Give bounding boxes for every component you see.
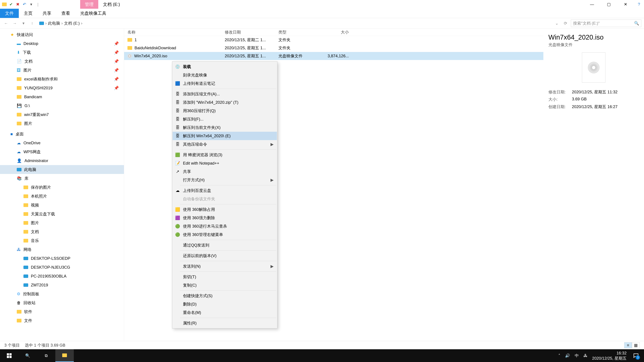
qat-dropdown-icon[interactable]: ▾ <box>28 2 34 7</box>
breadcrumb-drive[interactable]: 文档 (E:) <box>64 21 80 26</box>
nav-lib-docs[interactable]: 文档 <box>0 227 124 236</box>
menu-item[interactable]: 🟦上传到有道云笔记 <box>172 79 277 88</box>
menu-item[interactable]: ↗共享 <box>172 167 277 176</box>
nav-local-photos[interactable]: 本机照片 <box>0 192 124 201</box>
nav-lib-music[interactable]: 音乐 <box>0 236 124 245</box>
nav-tianyi[interactable]: 天翼云盘下载 <box>0 210 124 218</box>
menu-item[interactable]: 🟩用 蜂蜜浏览器 浏览(3) <box>172 151 277 159</box>
nav-library[interactable]: 📚库 <box>0 174 124 183</box>
menu-item[interactable]: 🗄添加到 "Win7x64_2020.zip" (T) <box>172 98 277 107</box>
menu-item[interactable]: 还原以前的版本(V) <box>172 252 277 260</box>
nav-win7reinstall[interactable]: win7重装win7 <box>0 110 124 119</box>
qat-delete-icon[interactable]: ✖ <box>15 2 20 7</box>
view-details-button[interactable]: ≡ <box>624 342 632 348</box>
nav-pictures-quick[interactable]: 🖼图片📌 <box>0 66 124 75</box>
col-type[interactable]: 类型 <box>275 29 319 35</box>
nav-onedrive[interactable]: ☁OneDrive <box>0 138 124 147</box>
address-dropdown[interactable]: ⌄ <box>554 20 560 27</box>
nav-admin[interactable]: 👤Administrator <box>0 156 124 165</box>
nav-recycle[interactable]: 🗑回收站 <box>0 298 124 307</box>
menu-item[interactable]: 💿装载 <box>172 62 277 71</box>
start-button[interactable] <box>0 349 18 362</box>
menu-item[interactable]: 🗄添加到压缩文件(A)... <box>172 90 277 98</box>
nav-back-button[interactable]: ← <box>3 20 10 27</box>
nav-excel[interactable]: excel表格制作求和📌 <box>0 75 124 83</box>
menu-item[interactable]: 重命名(M) <box>172 308 277 317</box>
nav-pictures2[interactable]: 图片 <box>0 119 124 128</box>
task-view-button[interactable]: ⧉ <box>37 349 55 362</box>
menu-item[interactable]: 删除(D) <box>172 300 277 308</box>
maximize-button[interactable]: ▢ <box>600 0 617 9</box>
ribbon-home-tab[interactable]: 主页 <box>19 9 38 18</box>
nav-saved-pics[interactable]: 保存的图片 <box>0 183 124 192</box>
nav-pc2[interactable]: DESKTOP-NJEU3CG <box>0 263 124 272</box>
col-date[interactable]: 修改日期 <box>221 29 275 35</box>
menu-item[interactable]: ☁上传到百度云盘 <box>172 186 277 195</box>
nav-desktop-root[interactable]: ■桌面 <box>0 130 124 138</box>
nav-gdrive[interactable]: 💾G:\ <box>0 101 124 110</box>
nav-control-panel[interactable]: ⚙控制面板 <box>0 290 124 298</box>
action-center-button[interactable]: 3 <box>631 351 641 360</box>
col-size[interactable]: 大小 <box>319 29 352 35</box>
search-input[interactable]: 搜索"文档 (E:)" 🔍 <box>571 19 641 27</box>
nav-files[interactable]: 文件 <box>0 316 124 325</box>
menu-item[interactable]: 🗄解压到当前文件夹(X) <box>172 123 277 132</box>
taskbar-clock[interactable]: 16:32 2020/12/25, 星期五 <box>592 351 626 361</box>
refresh-button[interactable]: ⟳ <box>562 20 569 27</box>
nav-pc1[interactable]: DESKTOP-LSSOEDP <box>0 254 124 263</box>
menu-item[interactable]: 📝Edit with Notepad++ <box>172 159 277 167</box>
nav-documents[interactable]: 📄文档📌 <box>0 57 124 66</box>
menu-item[interactable]: 🗄解压到 Win7x64_2020\ (E) <box>172 132 277 140</box>
nav-wps[interactable]: ☁WPS网盘 <box>0 147 124 156</box>
volume-icon[interactable]: 🔊 <box>565 353 570 358</box>
ime-indicator[interactable]: 中 <box>575 353 579 358</box>
menu-item[interactable]: 发送到(N)▶ <box>172 262 277 271</box>
ribbon-share-tab[interactable]: 共享 <box>38 9 56 18</box>
menu-item[interactable]: 🗄其他压缩命令▶ <box>172 140 277 148</box>
nav-bandicam[interactable]: Bandicam <box>0 92 124 101</box>
menu-item[interactable]: 通过QQ发送到 <box>172 241 277 249</box>
menu-item[interactable]: 🟨使用 360解除占用 <box>172 205 277 214</box>
search-button[interactable]: 🔍 <box>18 349 37 362</box>
menu-item[interactable]: 创建快捷方式(S) <box>172 292 277 300</box>
nav-lib-pics[interactable]: 图片 <box>0 218 124 227</box>
nav-up-button[interactable]: ↑ <box>29 20 36 27</box>
qat-save-icon[interactable]: ✔ <box>8 2 14 7</box>
col-name[interactable]: 名称 <box>124 29 221 35</box>
menu-item[interactable]: 复制(C) <box>172 281 277 290</box>
menu-item[interactable]: 🟢使用 360进行木马云查杀 <box>172 222 277 230</box>
nav-yunqishi[interactable]: YUNQISHI2019📌 <box>0 83 124 92</box>
menu-item[interactable]: 🗄用360压缩打开(Q) <box>172 107 277 115</box>
nav-videos[interactable]: 视频 <box>0 201 124 210</box>
ribbon-file-tab[interactable]: 文件 <box>0 9 19 18</box>
nav-forward-button[interactable]: → <box>12 20 18 27</box>
nav-desktop[interactable]: ▬Desktop📌 <box>0 39 124 48</box>
help-button[interactable]: ? <box>634 0 644 9</box>
minimize-button[interactable]: — <box>584 0 600 9</box>
nav-pc4[interactable]: ZMT2019 <box>0 281 124 290</box>
context-tab-manage[interactable]: 管理 <box>80 0 98 9</box>
qat-undo-icon[interactable]: ↶ <box>22 2 27 7</box>
breadcrumb[interactable]: › 此电脑 › 文档 (E:) › <box>38 21 552 26</box>
nav-downloads[interactable]: ⬇下载📌 <box>0 48 124 57</box>
taskbar-explorer[interactable] <box>55 349 74 362</box>
menu-item[interactable]: 剪切(T) <box>172 273 277 281</box>
view-icons-button[interactable]: ▦ <box>632 342 640 348</box>
menu-item[interactable]: 刻录光盘映像 <box>172 71 277 79</box>
network-icon[interactable]: 🖧 <box>584 353 588 358</box>
ribbon-disc-tools-tab[interactable]: 光盘映像工具 <box>75 9 111 18</box>
menu-item[interactable]: 🟪使用 360强力删除 <box>172 214 277 222</box>
menu-item[interactable]: 🟢使用 360管理右键菜单 <box>172 230 277 239</box>
tray-overflow-icon[interactable]: ˄ <box>558 353 560 358</box>
file-row[interactable]: Win7x64_2020.iso2020/12/25, 星期五 1...光盘映像… <box>124 52 544 60</box>
nav-software[interactable]: 软件 <box>0 307 124 316</box>
nav-pc3[interactable]: PC-20190530OBLA <box>0 272 124 281</box>
menu-item[interactable]: 属性(R) <box>172 319 277 327</box>
nav-network[interactable]: 🖧网络 <box>0 245 124 254</box>
nav-this-pc[interactable]: 此电脑 <box>0 165 124 174</box>
nav-quick-access[interactable]: ★快速访问 <box>0 30 124 39</box>
nav-history-dropdown[interactable]: ▾ <box>20 20 27 27</box>
breadcrumb-root[interactable]: 此电脑 <box>48 21 60 26</box>
menu-item[interactable]: 🗄解压到(F)... <box>172 115 277 123</box>
file-row[interactable]: 12020/12/15, 星期二 1...文件夹 <box>124 36 544 44</box>
